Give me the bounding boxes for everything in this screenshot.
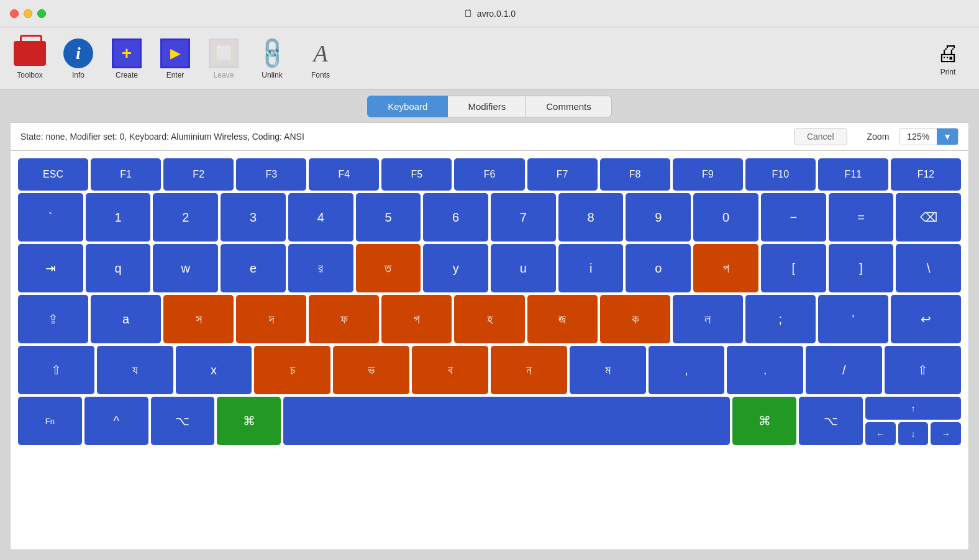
key-semicolon[interactable]: ; [745,295,816,343]
number-row: ` 1 2 3 4 5 6 7 8 9 0 − = ⌫ [18,193,961,242]
key-esc[interactable]: ESC [18,158,88,191]
unlink-button[interactable]: 🔗 Unlink [248,34,296,83]
key-comma[interactable]: , [649,346,725,394]
key-q[interactable]: q [86,244,151,292]
key-bracket-open[interactable]: [ [761,244,826,292]
key-z-bengali[interactable]: য [97,346,173,394]
key-backslash[interactable]: \ [896,244,961,292]
key-cmd-left[interactable]: ⌘ [217,397,281,445]
window-controls[interactable] [10,9,46,18]
key-v-bengali[interactable]: ভ [333,346,409,394]
zoom-dropdown-icon[interactable]: ▼ [937,129,958,145]
key-g-bengali[interactable]: গ [381,295,452,343]
key-f-bengali[interactable]: ফ [309,295,379,343]
key-shift-left[interactable]: ⇧ [18,346,94,394]
key-j-bengali[interactable]: জ [527,295,598,343]
key-1[interactable]: 1 [86,193,151,242]
key-quote[interactable]: ' [818,295,888,343]
leave-icon [207,37,240,70]
print-button[interactable]: 🖨 Print [929,37,967,80]
key-s-bengali[interactable]: স [163,295,234,343]
maximize-button[interactable] [37,9,46,18]
key-4[interactable]: 4 [288,193,353,242]
key-d-bengali[interactable]: দ [236,295,306,343]
key-b-bengali[interactable]: ব [412,346,488,394]
key-7[interactable]: 7 [491,193,556,242]
print-label: Print [940,68,956,76]
key-e[interactable]: e [221,244,286,292]
key-f1[interactable]: F1 [91,158,161,191]
info-button[interactable]: i Info [55,34,102,83]
close-button[interactable] [10,9,19,18]
key-p-bengali[interactable]: প [693,244,758,292]
enter-button[interactable]: Enter [152,34,199,83]
key-h-bengali[interactable]: হ [454,295,524,343]
key-option-left[interactable]: ⌥ [151,397,215,445]
cancel-button[interactable]: Cancel [794,128,847,145]
fonts-button[interactable]: A Fonts [297,34,344,83]
key-f2[interactable]: F2 [163,158,234,191]
key-r-bengali[interactable]: র [288,244,353,292]
key-minus[interactable]: − [761,193,826,242]
key-c-bengali[interactable]: চ [254,346,330,394]
key-o[interactable]: o [626,244,691,292]
key-t-bengali[interactable]: ত [356,244,421,292]
key-l-bengali[interactable]: ল [673,295,743,343]
key-arrow-up[interactable]: ↑ [865,397,961,420]
tab-comments[interactable]: Comments [526,96,612,117]
key-f10[interactable]: F10 [745,158,816,191]
key-6[interactable]: 6 [423,193,488,242]
key-f4[interactable]: F4 [309,158,379,191]
key-8[interactable]: 8 [558,193,624,242]
key-arrow-left[interactable]: ← [865,422,896,445]
key-backspace[interactable]: ⌫ [896,193,961,242]
key-f3[interactable]: F3 [236,158,306,191]
key-option-right[interactable]: ⌥ [799,397,863,445]
key-backtick[interactable]: ` [18,193,83,242]
caps-row: ⇪ a স দ ফ গ হ জ ক ল ; ' ↩ [18,295,961,343]
key-arrow-down[interactable]: ↓ [898,422,929,445]
key-cmd-right[interactable]: ⌘ [732,397,796,445]
tab-modifiers[interactable]: Modifiers [448,96,526,117]
key-space[interactable] [283,397,730,445]
key-5[interactable]: 5 [356,193,421,242]
key-9[interactable]: 9 [626,193,691,242]
key-2[interactable]: 2 [153,193,218,242]
zoom-select[interactable]: 125% ▼ [899,128,959,145]
minimize-button[interactable] [24,9,32,18]
key-f12[interactable]: F12 [891,158,961,191]
tab-keyboard[interactable]: Keyboard [367,96,448,117]
key-m-bengali[interactable]: ম [570,346,646,394]
key-0[interactable]: 0 [693,193,758,242]
key-equals[interactable]: = [829,193,894,242]
key-f5[interactable]: F5 [381,158,452,191]
create-button[interactable]: Create [103,34,150,83]
key-u[interactable]: u [491,244,556,292]
key-y[interactable]: y [423,244,488,292]
key-n-bengali[interactable]: ন [491,346,567,394]
key-caps[interactable]: ⇪ [18,295,88,343]
key-tab[interactable]: ⇥ [18,244,83,292]
key-slash[interactable]: / [806,346,882,394]
key-i[interactable]: i [558,244,624,292]
key-f6[interactable]: F6 [454,158,524,191]
key-period[interactable]: . [727,346,803,394]
key-w[interactable]: w [153,244,218,292]
key-shift-right[interactable]: ⇧ [885,346,961,394]
zoom-label: Zoom [867,132,890,142]
key-f8[interactable]: F8 [600,158,670,191]
key-return[interactable]: ↩ [891,295,961,343]
key-x[interactable]: x [176,346,252,394]
key-k-bengali[interactable]: ক [600,295,670,343]
key-bracket-close[interactable]: ] [829,244,894,292]
key-f9[interactable]: F9 [673,158,743,191]
key-ctrl[interactable]: ^ [84,397,148,445]
key-f7[interactable]: F7 [527,158,598,191]
toolbox-button[interactable]: Toolbox [6,34,53,83]
leave-button[interactable]: Leave [200,34,247,83]
key-fn[interactable]: Fn [18,397,82,445]
key-f11[interactable]: F11 [818,158,888,191]
key-3[interactable]: 3 [221,193,286,242]
key-arrow-right[interactable]: → [931,422,961,445]
key-a[interactable]: a [91,295,161,343]
